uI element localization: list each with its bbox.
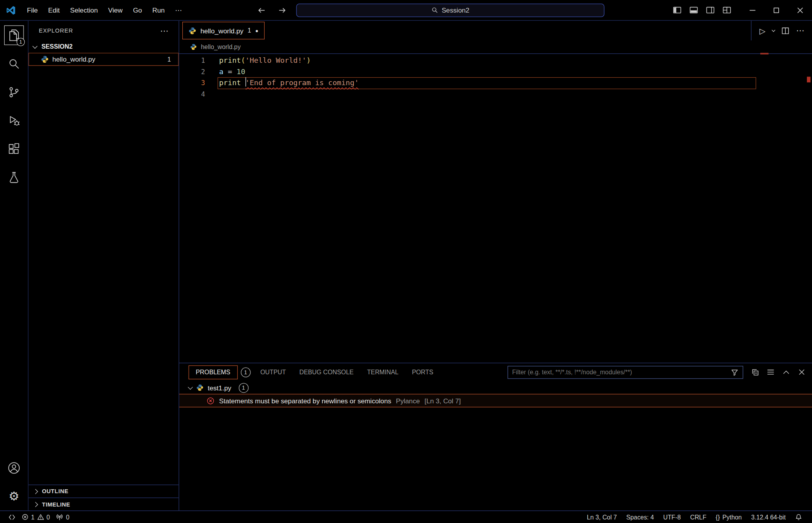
sidebar-more-icon[interactable]: ⋯ xyxy=(160,26,168,35)
problems-filter xyxy=(507,366,743,379)
line-number: 1 xyxy=(179,56,205,64)
language-mode[interactable]: {} Python xyxy=(711,513,746,520)
run-dropdown-chevron-icon[interactable] xyxy=(772,28,775,31)
bottom-panel: PROBLEMS 1 OUTPUT DEBUG CONSOLE TERMINAL… xyxy=(179,363,812,510)
bell-icon xyxy=(795,513,802,520)
activitybar-run-debug[interactable] xyxy=(0,106,28,135)
close-button[interactable] xyxy=(788,0,812,20)
vscode-window: File Edit Selection View Go Run ⋯ Sessio… xyxy=(0,0,812,523)
status-bar: 1 0 0 Ln 3, Col 7 Spaces: 4 UTF-8 CRLF {… xyxy=(0,510,812,523)
menu-more-icon[interactable]: ⋯ xyxy=(171,4,187,16)
title-bar-center: Session2 xyxy=(187,4,673,17)
encoding[interactable]: UTF-8 xyxy=(659,513,686,520)
explorer-badge: 1 xyxy=(16,38,25,46)
menu-file[interactable]: File xyxy=(22,4,42,16)
settings-gear-icon: ⚙ xyxy=(9,490,19,502)
extensions-icon xyxy=(7,142,20,156)
vscode-logo-icon xyxy=(6,5,16,15)
problems-file-row[interactable]: test1.py 1 xyxy=(179,381,812,394)
panel-tab-ports[interactable]: PORTS xyxy=(405,365,440,379)
indentation[interactable]: Spaces: 4 xyxy=(621,513,658,520)
maximize-button[interactable] xyxy=(765,0,788,20)
chevron-right-icon xyxy=(33,489,38,494)
panel-tab-output[interactable]: OUTPUT xyxy=(254,365,293,379)
activitybar-search[interactable] xyxy=(0,49,28,78)
code-editor[interactable]: 1 print('Hello World!') 2 a = 10 3 print… xyxy=(179,54,812,363)
eol-sequence[interactable]: CRLF xyxy=(685,513,711,520)
menu-selection[interactable]: Selection xyxy=(65,4,102,16)
breadcrumb-item[interactable]: hello_world.py xyxy=(201,43,241,50)
menu-edit[interactable]: Edit xyxy=(44,4,64,16)
maximize-panel-icon[interactable] xyxy=(782,368,790,376)
remote-icon xyxy=(8,513,15,520)
python-file-icon xyxy=(41,55,49,63)
python-file-icon xyxy=(189,27,196,35)
section-outline[interactable]: OUTLINE xyxy=(29,485,179,497)
timeline-label: TIMELINE xyxy=(42,501,70,507)
ports-status[interactable]: 0 xyxy=(53,511,73,523)
menu-view[interactable]: View xyxy=(104,4,127,16)
tab-problems-badge: 1 xyxy=(248,27,251,34)
title-bar: File Edit Selection View Go Run ⋯ Sessio… xyxy=(0,0,812,21)
minimize-button[interactable] xyxy=(741,0,765,20)
section-timeline[interactable]: TIMELINE xyxy=(29,497,179,510)
line-number: 3 xyxy=(179,79,205,87)
python-interpreter[interactable]: 3.12.4 64-bit xyxy=(747,513,790,520)
activitybar-explorer[interactable]: 1 xyxy=(0,21,28,49)
split-editor-icon[interactable] xyxy=(781,27,789,35)
activity-bar: 1 ⚙ xyxy=(0,21,29,510)
status-bar-right: Ln 3, Col 7 Spaces: 4 UTF-8 CRLF {} Pyth… xyxy=(582,513,807,520)
toggle-primary-sidebar-icon[interactable] xyxy=(673,6,681,14)
command-center-search[interactable]: Session2 xyxy=(296,4,605,17)
panel-tab-problems[interactable]: PROBLEMS xyxy=(189,365,238,379)
problems-filter-input[interactable] xyxy=(512,368,730,375)
tab-hello-world[interactable]: hello_world.py 1 ● xyxy=(182,22,265,39)
search-icon xyxy=(7,57,20,70)
account-icon xyxy=(7,461,20,474)
dirty-indicator-icon[interactable]: ● xyxy=(255,28,258,34)
explorer-sidebar: EXPLORER ⋯ SESSION2 hello_world.py 1 OUT… xyxy=(29,21,179,510)
ports-count: 0 xyxy=(66,513,69,520)
activitybar-settings[interactable]: ⚙ xyxy=(0,482,28,510)
section-session2[interactable]: SESSION2 xyxy=(29,40,179,53)
view-mode-icon[interactable] xyxy=(767,368,775,376)
filter-funnel-icon xyxy=(731,368,739,376)
line-number: 2 xyxy=(179,68,205,76)
remote-indicator[interactable] xyxy=(5,511,18,523)
toggle-secondary-sidebar-icon[interactable] xyxy=(706,6,714,14)
panel-tab-terminal[interactable]: TERMINAL xyxy=(360,365,405,379)
activitybar-account[interactable] xyxy=(0,454,28,482)
problem-item[interactable]: Statements must be separated by newlines… xyxy=(179,394,812,407)
notifications-bell[interactable] xyxy=(790,513,807,520)
code-line-2[interactable]: 2 a = 10 xyxy=(179,66,812,77)
forward-icon[interactable] xyxy=(276,5,289,15)
close-panel-icon[interactable] xyxy=(797,368,806,376)
back-icon[interactable] xyxy=(255,5,268,15)
panel-tab-debug-console[interactable]: DEBUG CONSOLE xyxy=(292,365,360,379)
menu-run[interactable]: Run xyxy=(148,4,169,16)
editor-more-actions-icon[interactable]: ⋯ xyxy=(796,26,804,35)
collapse-all-icon[interactable] xyxy=(751,368,759,376)
problems-file-name: test1.py xyxy=(208,384,231,392)
activitybar-source-control[interactable] xyxy=(0,78,28,106)
menu-go[interactable]: Go xyxy=(128,4,147,16)
braces-icon: {} xyxy=(716,513,720,520)
sidebar-header: EXPLORER ⋯ xyxy=(29,21,179,40)
toggle-panel-icon[interactable] xyxy=(689,6,698,14)
editor-region: hello_world.py 1 ● ▷ ⋯ hello_world.py xyxy=(179,21,812,510)
run-python-file-icon[interactable]: ▷ xyxy=(759,27,765,35)
code-line-1[interactable]: 1 print('Hello World!') xyxy=(179,55,812,66)
file-item-hello-world[interactable]: hello_world.py 1 xyxy=(29,53,179,66)
code-line-3[interactable]: 3 print 'End of program is coming' xyxy=(179,77,812,88)
source-control-icon xyxy=(7,85,20,98)
warning-count-icon xyxy=(37,514,44,520)
command-center-label: Session2 xyxy=(441,6,469,14)
activitybar-extensions[interactable] xyxy=(0,135,28,163)
error-icon xyxy=(207,397,214,405)
code-line-4[interactable]: 4 xyxy=(179,88,812,99)
customize-layout-icon[interactable] xyxy=(723,6,731,14)
testing-beaker-icon xyxy=(7,171,20,184)
activitybar-testing[interactable] xyxy=(0,163,28,192)
problems-status[interactable]: 1 0 xyxy=(19,511,53,523)
cursor-position[interactable]: Ln 3, Col 7 xyxy=(582,513,621,520)
